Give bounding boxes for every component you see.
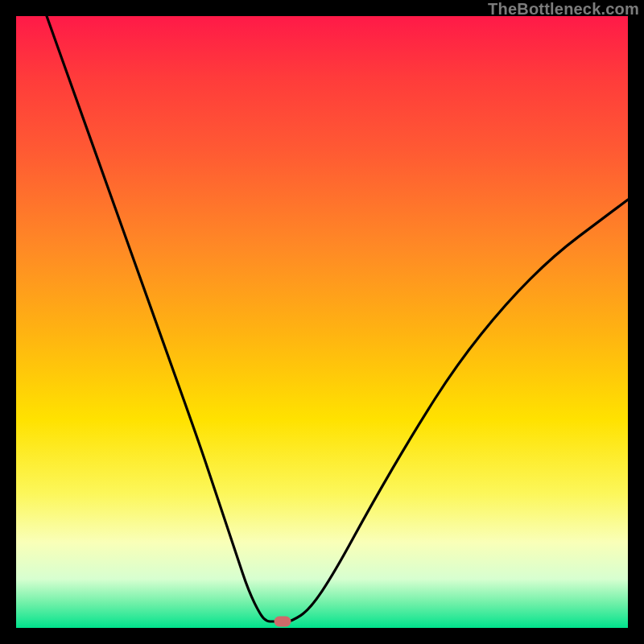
optimal-point-marker bbox=[274, 617, 291, 627]
bottleneck-curve bbox=[16, 16, 628, 628]
plot-area bbox=[16, 16, 628, 628]
chart-frame: TheBottleneck.com bbox=[0, 0, 644, 644]
